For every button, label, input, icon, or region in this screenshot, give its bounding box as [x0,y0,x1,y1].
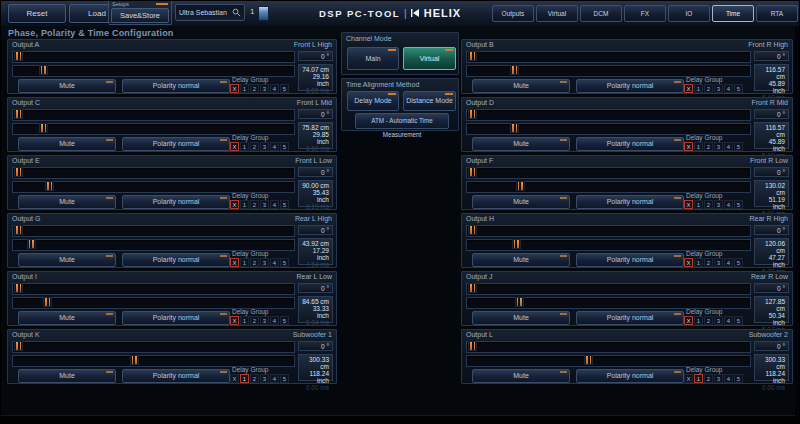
polarity-button[interactable]: Polarity normal [576,369,684,383]
reset-button[interactable]: Reset [8,4,66,23]
phase-slider[interactable] [12,51,295,63]
mute-button[interactable]: Mute [472,79,570,93]
mute-button[interactable]: Mute [18,253,116,267]
delay-group-2[interactable]: 2 [704,316,713,325]
polarity-button[interactable]: Polarity normal [576,137,684,151]
mute-button[interactable]: Mute [472,195,570,209]
delay-group-2[interactable]: 2 [704,142,713,151]
delay-group-3[interactable]: 3 [714,316,723,325]
phase-slider[interactable] [12,225,295,237]
delay-group-5[interactable]: 5 [280,258,289,267]
delay-group-4[interactable]: 4 [270,200,279,209]
mute-button[interactable]: Mute [472,369,570,383]
phase-slider[interactable] [466,51,751,63]
tab-io[interactable]: IO [668,5,710,22]
delay-group-1[interactable]: 1 [240,374,249,383]
delay-group-2[interactable]: 2 [250,142,259,151]
delay-group-1[interactable]: 1 [240,258,249,267]
phase-slider[interactable] [12,283,295,295]
delay-group-1[interactable]: 1 [694,258,703,267]
delay-group-5[interactable]: 5 [280,200,289,209]
delay-group-2[interactable]: 2 [704,84,713,93]
delay-group-1[interactable]: 1 [240,142,249,151]
delay-group-x[interactable]: X [230,258,239,267]
delay-group-5[interactable]: 5 [734,200,743,209]
delay-group-1[interactable]: 1 [694,374,703,383]
mute-button[interactable]: Mute [472,253,570,267]
delay-group-1[interactable]: 1 [694,200,703,209]
distance-slider-handle[interactable] [512,239,521,249]
mute-button[interactable]: Mute [472,137,570,151]
distance-slider-handle[interactable] [515,297,524,307]
delay-group-1[interactable]: 1 [694,316,703,325]
delay-group-2[interactable]: 2 [250,374,259,383]
delay-group-4[interactable]: 4 [724,84,733,93]
phase-slider-handle[interactable] [14,109,23,119]
tab-time[interactable]: Time [712,5,754,22]
delay-group-4[interactable]: 4 [724,200,733,209]
phase-slider-handle[interactable] [14,283,23,293]
polarity-button[interactable]: Polarity normal [122,79,230,93]
delay-group-2[interactable]: 2 [704,258,713,267]
delay-group-2[interactable]: 2 [250,316,259,325]
channel-mode-main-button[interactable]: Main [347,47,399,70]
phase-slider[interactable] [12,341,295,353]
delay-group-4[interactable]: 4 [270,84,279,93]
delay-group-x[interactable]: X [230,84,239,93]
phase-slider-handle[interactable] [468,283,477,293]
delay-group-x[interactable]: X [230,316,239,325]
delay-group-5[interactable]: 5 [734,258,743,267]
mute-button[interactable]: Mute [18,369,116,383]
channel-mode-virtual-button[interactable]: Virtual [403,47,456,70]
tab-dcm[interactable]: DCM [580,5,622,22]
polarity-button[interactable]: Polarity normal [576,253,684,267]
phase-slider-handle[interactable] [468,341,477,351]
delay-group-x[interactable]: X [684,84,693,93]
delay-group-5[interactable]: 5 [280,84,289,93]
delay-group-2[interactable]: 2 [250,84,259,93]
delay-group-4[interactable]: 4 [270,374,279,383]
delay-group-5[interactable]: 5 [280,374,289,383]
polarity-button[interactable]: Polarity normal [576,195,684,209]
phase-slider[interactable] [12,109,295,121]
phase-slider-handle[interactable] [468,225,477,235]
delay-group-3[interactable]: 3 [260,258,269,267]
phase-slider[interactable] [466,109,751,121]
delay-group-1[interactable]: 1 [240,84,249,93]
device-status-icon[interactable] [258,6,269,21]
polarity-button[interactable]: Polarity normal [122,253,230,267]
delay-group-1[interactable]: 1 [240,316,249,325]
delay-group-1[interactable]: 1 [694,142,703,151]
search-icon[interactable] [232,8,241,17]
distance-slider-handle[interactable] [584,355,593,365]
distance-mode-button[interactable]: Distance Mode [403,91,456,111]
delay-group-5[interactable]: 5 [280,316,289,325]
tab-rta[interactable]: RTA [756,5,798,22]
delay-group-4[interactable]: 4 [724,258,733,267]
delay-group-x[interactable]: X [684,258,693,267]
delay-group-x[interactable]: X [230,374,239,383]
delay-group-x[interactable]: X [684,316,693,325]
delay-mode-button[interactable]: Delay Mode [347,91,399,111]
distance-slider-handle[interactable] [39,123,48,133]
delay-group-3[interactable]: 3 [714,84,723,93]
distance-slider-handle[interactable] [27,239,36,249]
delay-group-5[interactable]: 5 [734,84,743,93]
delay-group-5[interactable]: 5 [734,142,743,151]
delay-group-5[interactable]: 5 [734,316,743,325]
delay-group-3[interactable]: 3 [260,316,269,325]
phase-slider[interactable] [466,167,751,179]
mute-button[interactable]: Mute [18,137,116,151]
delay-group-3[interactable]: 3 [714,258,723,267]
delay-group-2[interactable]: 2 [704,374,713,383]
mute-button[interactable]: Mute [18,79,116,93]
delay-group-x[interactable]: X [684,200,693,209]
delay-group-4[interactable]: 4 [270,142,279,151]
polarity-button[interactable]: Polarity normal [576,311,684,325]
atm-button[interactable]: ATM - Automatic Time Measurement [355,113,449,129]
delay-group-1[interactable]: 1 [694,84,703,93]
mute-button[interactable]: Mute [18,195,116,209]
phase-slider[interactable] [466,283,751,295]
delay-group-x[interactable]: X [684,142,693,151]
distance-slider-handle[interactable] [510,65,519,75]
